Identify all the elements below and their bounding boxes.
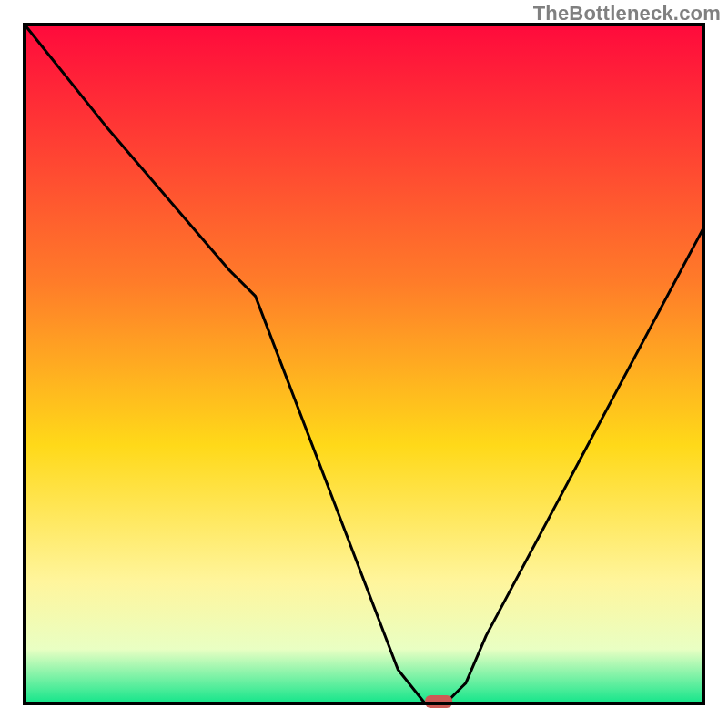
chart-container: { "watermark": "TheBottleneck.com", "cha…	[0, 0, 728, 728]
plot-background-gradient	[25, 25, 703, 703]
watermark-text: TheBottleneck.com	[533, 2, 721, 25]
chart-svg	[0, 0, 728, 728]
